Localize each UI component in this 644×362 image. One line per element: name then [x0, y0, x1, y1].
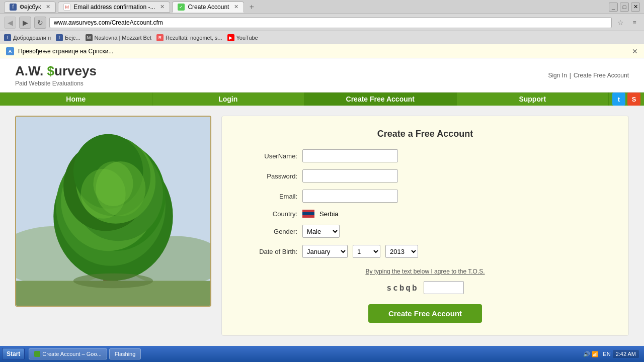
country-value: Serbia — [319, 210, 339, 218]
back-button[interactable]: ◀ — [4, 17, 16, 29]
dob-day-select[interactable]: 1234 567 — [353, 245, 380, 258]
main-content: Create a Free Account UserName: Password… — [0, 106, 644, 346]
bookmark-star-button[interactable]: ☆ — [615, 17, 626, 28]
email-input[interactable] — [302, 190, 398, 203]
translation-bar: A Превођење странице на Српски... ✕ — [0, 44, 644, 58]
tos-label: By typing the text below I agree to the … — [365, 268, 485, 275]
stumbleupon-icon[interactable]: S — [627, 93, 640, 106]
nav-create-free-account[interactable]: Create Free Account — [304, 93, 457, 106]
logo-text: A.W. $urveys — [15, 63, 97, 79]
bookmark-rezultati[interactable]: R Rezultati: nogomet, s... — [156, 34, 222, 41]
language-indicator: EN — [603, 351, 610, 357]
country-label: Country: — [237, 210, 297, 218]
bookmark-mozzart-icon: M — [86, 34, 93, 41]
nav-bar: ◀ ▶ ↻ ☆ ≡ — [0, 14, 644, 31]
translation-close-button[interactable]: ✕ — [632, 47, 638, 55]
title-bar: f Фејсбук ✕ M Email address confirmation… — [0, 0, 644, 14]
svg-rect-20 — [302, 212, 314, 215]
username-input[interactable] — [302, 149, 398, 162]
bookmark-rezultati-label: Rezultati: nogomet, s... — [166, 35, 222, 41]
main-nav: Home Login Create Free Account Support t… — [0, 93, 644, 106]
bookmark-youtube[interactable]: ▶ YouTube — [227, 34, 258, 41]
tab-create-account-close[interactable]: ✕ — [234, 4, 238, 10]
taskbar-tray: 🔊 📶 EN 2:42 AM — [580, 350, 642, 358]
bookmarks-bar: f Добродошли н f Беjс... M Naslovna | Mo… — [0, 31, 644, 44]
social-icons: t S — [608, 93, 644, 106]
bookmark-facebook1-label: Добродошли н — [13, 35, 51, 41]
country-row: Country: Serbia — [237, 210, 613, 218]
header-links: Sign In | Create Free Account — [548, 72, 629, 79]
dob-year-select[interactable]: 2013201220112010 2009200019901980 — [385, 245, 418, 258]
create-account-header-link[interactable]: Create Free Account — [574, 72, 629, 79]
tray-time: 2:42 AM — [613, 350, 639, 358]
captcha-input[interactable] — [424, 281, 464, 294]
taskbar-item-flashing[interactable]: Flashing — [109, 348, 141, 359]
page-content: A.W. $urveys Paid Website Evaluations Si… — [0, 58, 644, 346]
taskbar-flashing-label: Flashing — [115, 351, 136, 357]
address-input[interactable] — [54, 19, 607, 26]
gender-select[interactable]: Male Female — [302, 225, 340, 238]
start-button[interactable]: Start — [2, 348, 25, 360]
tree-image — [15, 116, 211, 307]
nav-login[interactable]: Login — [152, 93, 305, 106]
username-label: UserName: — [237, 152, 297, 160]
dob-row: Date of Birth: JanuaryFebruaryMarch Apri… — [237, 245, 613, 258]
svg-point-18 — [73, 274, 153, 289]
taskbar-browser-label: Create Account – Goo... — [42, 351, 101, 357]
form-title: Create a Free Account — [237, 129, 613, 139]
logo-main: A.W. — [15, 63, 47, 78]
address-bar[interactable] — [49, 17, 612, 28]
tab-facebook-close[interactable]: ✕ — [46, 4, 50, 10]
svg-rect-19 — [302, 210, 314, 212]
maximize-button[interactable]: □ — [620, 3, 629, 12]
tab-create-account-label: Create Account — [188, 4, 229, 11]
logo-subtitle: Paid Website Evaluations — [15, 80, 97, 87]
bookmark-facebook1[interactable]: f Добродошли н — [4, 34, 51, 41]
sign-in-link[interactable]: Sign In — [548, 72, 567, 79]
forward-button[interactable]: ▶ — [19, 17, 31, 29]
dob-label: Date of Birth: — [237, 248, 297, 255]
taskbar-items: Create Account – Goo... Flashing — [27, 348, 578, 359]
logo-end: urveys — [54, 63, 97, 78]
dob-month-select[interactable]: JanuaryFebruaryMarch AprilMayJune JulyAu… — [302, 245, 348, 258]
refresh-button[interactable]: ↻ — [34, 17, 46, 29]
browser-menu-button[interactable]: ≡ — [629, 17, 640, 28]
gmail-tab-icon: M — [63, 4, 70, 11]
bookmark-fb-icon: f — [4, 34, 11, 41]
translate-icon: A — [6, 47, 14, 55]
header-separator: | — [570, 72, 571, 79]
minimize-button[interactable]: _ — [609, 3, 618, 12]
password-row: Password: — [237, 169, 613, 183]
bookmark-fb2-icon: f — [56, 34, 63, 41]
new-tab-button[interactable]: + — [246, 2, 257, 13]
bookmark-mozzart[interactable]: M Naslovna | Mozzart Bet — [86, 34, 152, 41]
password-input[interactable] — [302, 169, 398, 183]
tab-email-label: Email address confirmation -... — [73, 4, 155, 11]
taskbar-browser-icon — [34, 351, 40, 357]
tab-email-close[interactable]: ✕ — [160, 4, 165, 10]
serbia-flag-icon — [302, 210, 314, 218]
tab-create-account[interactable]: ✓ Create Account ✕ — [172, 2, 244, 13]
tree-svg — [16, 117, 210, 306]
nav-support[interactable]: Support — [457, 93, 609, 106]
registration-form-container: Create a Free Account UserName: Password… — [221, 116, 629, 336]
gender-row: Gender: Male Female — [237, 225, 613, 238]
tab-email[interactable]: M Email address confirmation -... ✕ — [58, 2, 170, 13]
bookmark-rezultati-icon: R — [156, 34, 164, 41]
bookmark-mozzart-label: Naslovna | Mozzart Bet — [95, 35, 152, 41]
taskbar-item-browser[interactable]: Create Account – Goo... — [29, 348, 107, 359]
email-row: Email: — [237, 190, 613, 203]
bookmark-facebook2-label: Беjс... — [65, 35, 80, 41]
bookmark-yt-icon: ▶ — [227, 34, 234, 41]
twitter-icon[interactable]: t — [612, 93, 625, 106]
bookmark-facebook2[interactable]: f Беjс... — [56, 34, 80, 41]
tab-facebook[interactable]: f Фејсбук ✕ — [4, 2, 56, 13]
nav-home[interactable]: Home — [0, 93, 152, 106]
submit-create-account-button[interactable]: Create Free Account — [368, 304, 482, 323]
site-header: A.W. $urveys Paid Website Evaluations Si… — [0, 58, 644, 93]
captcha-code: scbqb — [386, 283, 418, 293]
tos-text: By typing the text below I agree to the … — [237, 268, 613, 275]
translation-text: Превођење странице на Српски... — [18, 48, 113, 55]
browser-window: f Фејсбук ✕ M Email address confirmation… — [0, 0, 644, 362]
close-window-button[interactable]: ✕ — [631, 3, 640, 12]
